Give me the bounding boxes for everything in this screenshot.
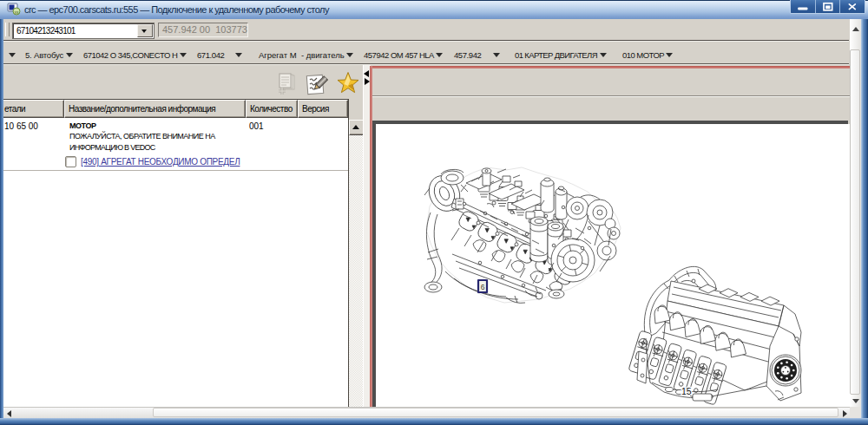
svg-text:xs: xs bbox=[15, 10, 20, 15]
svg-text:15: 15 bbox=[681, 386, 692, 396]
svg-text:6: 6 bbox=[481, 283, 485, 291]
